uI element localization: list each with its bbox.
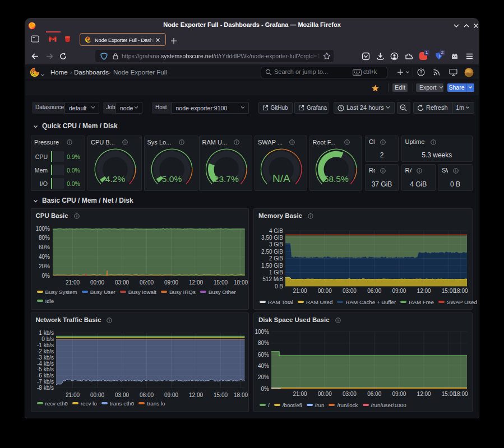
svg-text:512 MiB: 512 MiB <box>262 276 283 282</box>
svg-text:15:00: 15:00 <box>213 279 227 286</box>
svg-text:3 GiB: 3 GiB <box>269 241 283 248</box>
svg-text:23.7%: 23.7% <box>214 174 238 184</box>
svg-text:09:00: 09:00 <box>392 288 406 294</box>
svg-text:18:00: 18:00 <box>233 392 247 398</box>
svg-text:03:00: 03:00 <box>343 391 357 397</box>
svg-text:-2 kb/s: -2 kb/s <box>36 348 53 354</box>
svg-text:12:00: 12:00 <box>188 279 202 286</box>
svg-text:60%: 60% <box>258 352 269 358</box>
svg-text:80%: 80% <box>258 340 269 346</box>
svg-text:09:00: 09:00 <box>164 279 178 286</box>
svg-text:4 GiB: 4 GiB <box>269 228 283 234</box>
svg-text:06:00: 06:00 <box>367 391 381 397</box>
svg-text:18:00: 18:00 <box>454 391 468 397</box>
svg-text:-1 kb/s: -1 kb/s <box>36 342 53 348</box>
svg-text:12:00: 12:00 <box>417 391 431 397</box>
svg-text:21:00: 21:00 <box>65 279 79 286</box>
svg-text:2 GiB: 2 GiB <box>269 255 283 262</box>
svg-text:00:00: 00:00 <box>318 288 332 294</box>
svg-text:N/A: N/A <box>272 172 290 184</box>
svg-text:3.50 GiB: 3.50 GiB <box>261 235 283 241</box>
svg-text:0%: 0% <box>41 273 50 279</box>
svg-text:1 GiB: 1 GiB <box>269 269 283 276</box>
svg-text:0 B: 0 B <box>275 283 283 290</box>
svg-text:40%: 40% <box>258 363 269 369</box>
svg-text:12:00: 12:00 <box>417 288 431 294</box>
svg-text:06:00: 06:00 <box>139 392 153 398</box>
svg-text:-6 kb/s: -6 kb/s <box>36 372 53 379</box>
svg-text:-5 kb/s: -5 kb/s <box>36 366 53 372</box>
svg-text:100%: 100% <box>255 329 269 335</box>
svg-text:12:00: 12:00 <box>188 392 202 398</box>
svg-text:2.50 GiB: 2.50 GiB <box>261 249 283 255</box>
svg-text:21:00: 21:00 <box>293 288 307 294</box>
svg-text:40%: 40% <box>38 254 49 260</box>
svg-text:00:00: 00:00 <box>318 391 332 397</box>
svg-text:20%: 20% <box>258 374 269 380</box>
svg-text:03:00: 03:00 <box>343 288 357 294</box>
svg-text:15:00: 15:00 <box>213 392 227 398</box>
svg-text:09:00: 09:00 <box>392 391 406 397</box>
svg-text:0%: 0% <box>261 386 270 392</box>
svg-text:18:00: 18:00 <box>233 279 247 286</box>
svg-text:20%: 20% <box>38 263 49 269</box>
svg-text:80%: 80% <box>38 235 49 241</box>
svg-text:4.2%: 4.2% <box>105 174 126 184</box>
svg-text:60%: 60% <box>38 244 49 250</box>
svg-text:1.50 GiB: 1.50 GiB <box>261 263 283 269</box>
svg-text:100%: 100% <box>35 226 50 232</box>
svg-text:58.5%: 58.5% <box>323 174 348 184</box>
svg-text:00:00: 00:00 <box>90 392 104 398</box>
svg-text:5.0%: 5.0% <box>161 174 182 184</box>
svg-text:03:00: 03:00 <box>114 279 128 286</box>
svg-text:21:00: 21:00 <box>293 391 307 397</box>
svg-text:06:00: 06:00 <box>367 288 381 294</box>
svg-text:-8 kb/s: -8 kb/s <box>36 385 53 391</box>
svg-text:06:00: 06:00 <box>139 279 153 286</box>
svg-text:00:00: 00:00 <box>90 279 104 286</box>
svg-text:18:00: 18:00 <box>454 288 468 294</box>
svg-text:09:00: 09:00 <box>164 392 178 398</box>
svg-text:03:00: 03:00 <box>114 392 128 398</box>
svg-text:-3 kb/s: -3 kb/s <box>36 354 53 361</box>
svg-text:21:00: 21:00 <box>65 392 79 398</box>
svg-text:1 kb/s: 1 kb/s <box>39 330 54 336</box>
svg-text:0 b/s: 0 b/s <box>41 336 54 342</box>
svg-text:-7 kb/s: -7 kb/s <box>36 379 53 385</box>
svg-text:-4 kb/s: -4 kb/s <box>36 361 53 367</box>
